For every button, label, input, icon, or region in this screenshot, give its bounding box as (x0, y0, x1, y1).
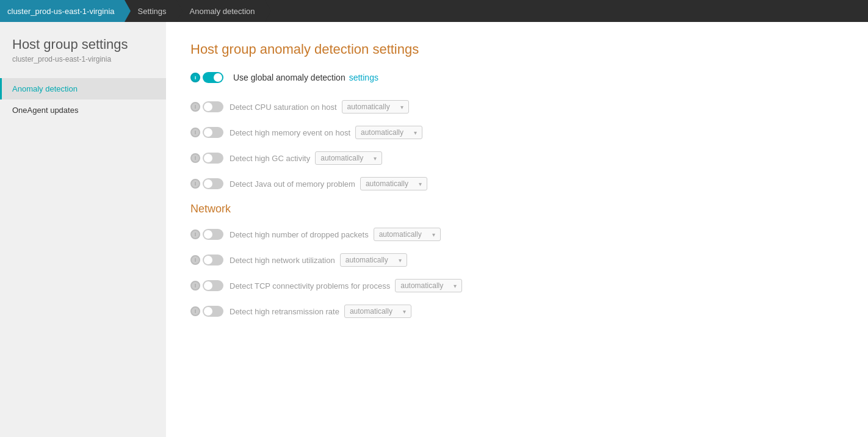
toggle-indicator-network_utilization: I (190, 255, 200, 265)
toggle-wrap-retransmission[interactable]: I (190, 306, 223, 317)
global-toggle-settings-link[interactable]: settings (349, 73, 378, 82)
setting-label-dropped_packets: Detect high number of dropped packets (230, 230, 369, 239)
dropdown-value-tcp_connectivity: automatically (400, 281, 443, 290)
toggle-switch-network_utilization[interactable] (203, 255, 223, 265)
toggle-indicator-high_gc: I (190, 153, 200, 163)
toggle-indicator-high_memory: I (190, 128, 200, 137)
setting-label-network_utilization: Detect high network utilization (230, 256, 335, 265)
setting-row-retransmission: IDetect high retransmission rateautomati… (190, 305, 844, 318)
toggle-switch-cpu_saturation[interactable] (203, 101, 223, 112)
dropdown-value-retransmission: automatically (350, 307, 392, 316)
toggle-i-indicator: I (190, 73, 200, 82)
toggle-switch-retransmission[interactable] (203, 306, 223, 317)
dropdown-value-java_oom: automatically (366, 179, 408, 188)
sidebar-item-oneagent-updates[interactable]: OneAgent updates (0, 99, 166, 121)
dropdown-chevron-retransmission: ▾ (403, 308, 406, 315)
setting-row-java_oom: IDetect Java out of memory problemautoma… (190, 177, 844, 190)
sidebar-item-anomaly-detection[interactable]: Anomaly detection (0, 78, 166, 99)
setting-label-high_memory: Detect high memory event on host (230, 128, 350, 137)
content-area: Host group anomaly detection settings I … (166, 22, 868, 437)
toggle-wrap-tcp_connectivity[interactable]: I (190, 280, 223, 291)
dropdown-java_oom[interactable]: automatically▾ (360, 177, 427, 190)
main-layout: Host group settings cluster_prod-us-east… (0, 22, 868, 437)
breadcrumb-anomaly[interactable]: Anomaly detection (176, 0, 265, 22)
cpu-settings-section: IDetect CPU saturation on hostautomatica… (190, 100, 844, 190)
dropdown-chevron-high_memory: ▾ (414, 129, 417, 136)
setting-label-java_oom: Detect Java out of memory problem (230, 179, 355, 189)
dropdown-value-high_gc: automatically (320, 154, 363, 162)
network-section-header: Network (190, 203, 844, 215)
setting-label-retransmission: Detect high retransmission rate (230, 307, 339, 316)
setting-label-tcp_connectivity: Detect TCP connectivity problems for pro… (230, 281, 390, 291)
dropdown-value-network_utilization: automatically (345, 256, 388, 264)
toggle-indicator-retransmission: I (190, 306, 200, 316)
dropdown-chevron-cpu_saturation: ▾ (400, 104, 403, 110)
sidebar: Host group settings cluster_prod-us-east… (0, 22, 166, 437)
dropdown-value-dropped_packets: automatically (379, 230, 422, 239)
dropdown-retransmission[interactable]: automatically▾ (344, 305, 411, 318)
breadcrumb-bar: cluster_prod-us-east-1-virginia Settings… (0, 0, 868, 22)
setting-row-network_utilization: IDetect high network utilizationautomati… (190, 253, 844, 267)
toggle-switch-dropped_packets[interactable] (203, 229, 223, 240)
toggle-switch-high_gc[interactable] (203, 153, 223, 164)
setting-row-tcp_connectivity: IDetect TCP connectivity problems for pr… (190, 279, 844, 292)
dropdown-high_memory[interactable]: automatically▾ (355, 126, 422, 139)
dropdown-network_utilization[interactable]: automatically▾ (340, 253, 407, 267)
global-toggle-row: I Use global anomaly detection settings (190, 72, 844, 83)
dropdown-chevron-dropped_packets: ▾ (432, 231, 435, 238)
toggle-indicator-dropped_packets: I (190, 229, 200, 239)
global-toggle-label: Use global anomaly detection (233, 73, 345, 82)
toggle-indicator-cpu_saturation: I (190, 102, 200, 112)
dropdown-chevron-java_oom: ▾ (419, 181, 422, 187)
setting-label-cpu_saturation: Detect CPU saturation on host (230, 103, 337, 112)
toggle-wrap-cpu_saturation[interactable]: I (190, 101, 223, 112)
dropdown-cpu_saturation[interactable]: automatically▾ (342, 100, 409, 114)
toggle-wrap-high_gc[interactable]: I (190, 153, 223, 164)
setting-row-cpu_saturation: IDetect CPU saturation on hostautomatica… (190, 100, 844, 114)
setting-row-high_gc: IDetect high GC activityautomatically▾ (190, 151, 844, 165)
page-title: Host group anomaly detection settings (190, 42, 844, 57)
toggle-switch-java_oom[interactable] (203, 178, 223, 189)
toggle-switch-tcp_connectivity[interactable] (203, 280, 223, 291)
network-settings-section: IDetect high number of dropped packetsau… (190, 228, 844, 318)
toggle-wrap-high_memory[interactable]: I (190, 127, 223, 138)
toggle-indicator-java_oom: I (190, 179, 200, 189)
global-toggle-switch[interactable] (203, 72, 223, 83)
dropdown-high_gc[interactable]: automatically▾ (315, 151, 382, 165)
dropdown-value-high_memory: automatically (361, 128, 403, 137)
dropdown-chevron-high_gc: ▾ (374, 155, 377, 162)
setting-row-dropped_packets: IDetect high number of dropped packetsau… (190, 228, 844, 241)
breadcrumb-cluster[interactable]: cluster_prod-us-east-1-virginia (0, 0, 125, 22)
toggle-switch-high_memory[interactable] (203, 127, 223, 138)
sidebar-subtitle: cluster_prod-us-east-1-virginia (0, 55, 166, 78)
dropdown-dropped_packets[interactable]: automatically▾ (374, 228, 441, 241)
toggle-wrap-network_utilization[interactable]: I (190, 255, 223, 265)
global-toggle-wrap[interactable]: I (190, 72, 223, 83)
toggle-wrap-dropped_packets[interactable]: I (190, 229, 223, 240)
breadcrumb-settings[interactable]: Settings (125, 0, 176, 22)
dropdown-chevron-network_utilization: ▾ (399, 257, 402, 264)
sidebar-title: Host group settings (0, 37, 166, 55)
dropdown-value-cpu_saturation: automatically (347, 103, 390, 111)
dropdown-tcp_connectivity[interactable]: automatically▾ (395, 279, 462, 292)
toggle-wrap-java_oom[interactable]: I (190, 178, 223, 189)
toggle-indicator-tcp_connectivity: I (190, 281, 200, 291)
setting-label-high_gc: Detect high GC activity (230, 154, 310, 163)
setting-row-high_memory: IDetect high memory event on hostautomat… (190, 126, 844, 139)
dropdown-chevron-tcp_connectivity: ▾ (454, 283, 457, 289)
